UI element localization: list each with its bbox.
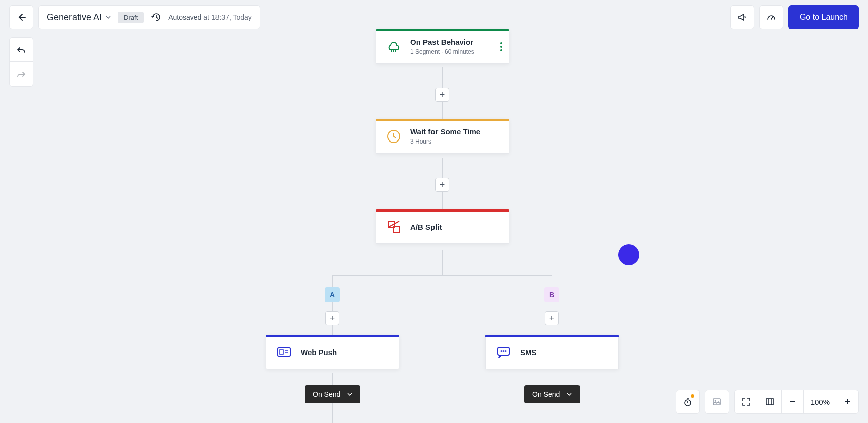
- zoom-in-button[interactable]: [837, 390, 858, 413]
- plus-icon: [844, 398, 851, 405]
- undo-button[interactable]: [10, 38, 33, 62]
- image-icon: [712, 397, 722, 407]
- node-ab-split[interactable]: A/B Split: [376, 209, 509, 244]
- autosave-status: Autosaved at 18:37, Today: [168, 13, 252, 21]
- node-title: Web Push: [301, 348, 337, 357]
- svg-rect-4: [280, 350, 283, 354]
- sms-icon: [495, 343, 512, 361]
- minimap-icon: [765, 397, 774, 406]
- title-bar: Generative AI Draft Autosaved at 18:37, …: [38, 5, 260, 29]
- redo-button: [10, 62, 33, 86]
- redo-icon: [16, 69, 26, 79]
- add-step-button[interactable]: +: [435, 88, 449, 102]
- node-accent-bar: [376, 29, 509, 31]
- svg-point-6: [501, 350, 502, 352]
- minus-icon: [789, 398, 796, 405]
- node-accent-bar: [266, 335, 399, 337]
- add-step-button[interactable]: +: [545, 311, 559, 325]
- add-step-button[interactable]: +: [325, 311, 339, 325]
- onsend-dropdown[interactable]: On Send: [305, 385, 360, 403]
- chevron-down-icon: [106, 16, 111, 19]
- history-icon: [151, 12, 161, 22]
- timer-button[interactable]: [676, 390, 700, 414]
- cloud-behavior-icon: [385, 38, 402, 55]
- node-accent-bar: [376, 209, 509, 212]
- connector: [332, 275, 333, 335]
- connector: [332, 275, 552, 276]
- node-trigger[interactable]: On Past Behavior 1 Segment · 60 minutes: [376, 29, 509, 64]
- gauge-icon: [766, 12, 776, 22]
- node-title: On Past Behavior: [410, 38, 474, 46]
- journey-name: Generative AI: [47, 12, 102, 23]
- node-wait[interactable]: Wait for Some Time 3 Hours: [376, 119, 509, 154]
- svg-point-8: [505, 350, 507, 352]
- launch-button[interactable]: Go to Launch: [788, 5, 859, 29]
- chevron-down-icon: [347, 393, 352, 396]
- node-sms[interactable]: SMS: [485, 335, 619, 369]
- journey-title-dropdown[interactable]: Generative AI: [47, 12, 111, 23]
- clock-icon: [385, 128, 402, 145]
- status-badge: Draft: [118, 12, 144, 23]
- node-menu-icon[interactable]: [500, 42, 502, 51]
- svg-point-7: [503, 350, 504, 352]
- bottom-toolbar: 100%: [676, 390, 859, 414]
- web-push-icon: [275, 343, 293, 361]
- back-button[interactable]: [9, 5, 33, 29]
- node-title: A/B Split: [410, 223, 442, 231]
- zoom-level: 100%: [804, 390, 837, 413]
- announce-button[interactable]: [730, 5, 754, 29]
- branch-a-badge: A: [325, 287, 340, 302]
- speed-button[interactable]: [759, 5, 783, 29]
- cursor-indicator: [618, 244, 639, 265]
- connector: [442, 250, 443, 276]
- node-accent-bar: [485, 335, 619, 337]
- node-title: Wait for Some Time: [410, 127, 480, 136]
- add-step-button[interactable]: +: [435, 178, 449, 192]
- onsend-dropdown[interactable]: On Send: [524, 385, 580, 403]
- stopwatch-icon: [683, 397, 693, 407]
- branch-b-badge: B: [544, 287, 559, 302]
- node-web-push[interactable]: Web Push: [266, 335, 399, 369]
- svg-rect-12: [766, 399, 773, 405]
- undo-redo-panel: [9, 37, 33, 87]
- journey-canvas[interactable]: On Past Behavior 1 Segment · 60 minutes …: [0, 0, 868, 423]
- node-accent-bar: [376, 119, 509, 121]
- fit-screen-button[interactable]: [735, 390, 758, 413]
- arrow-left-icon: [16, 12, 26, 22]
- image-button[interactable]: [705, 390, 729, 414]
- node-title: SMS: [520, 348, 537, 357]
- connector: [552, 275, 552, 335]
- split-icon: [385, 218, 402, 235]
- onsend-label: On Send: [313, 390, 340, 398]
- minimap-button[interactable]: [758, 390, 782, 413]
- expand-icon: [742, 397, 751, 406]
- zoom-out-button[interactable]: [782, 390, 804, 413]
- history-button[interactable]: [151, 12, 161, 22]
- chevron-down-icon: [567, 393, 572, 396]
- undo-icon: [16, 45, 26, 55]
- node-subtitle: 1 Segment · 60 minutes: [410, 48, 474, 55]
- zoom-controls: 100%: [734, 390, 859, 414]
- megaphone-icon: [737, 12, 747, 22]
- node-subtitle: 3 Hours: [410, 138, 480, 145]
- topbar: Generative AI Draft Autosaved at 18:37, …: [9, 5, 859, 29]
- onsend-label: On Send: [532, 390, 560, 398]
